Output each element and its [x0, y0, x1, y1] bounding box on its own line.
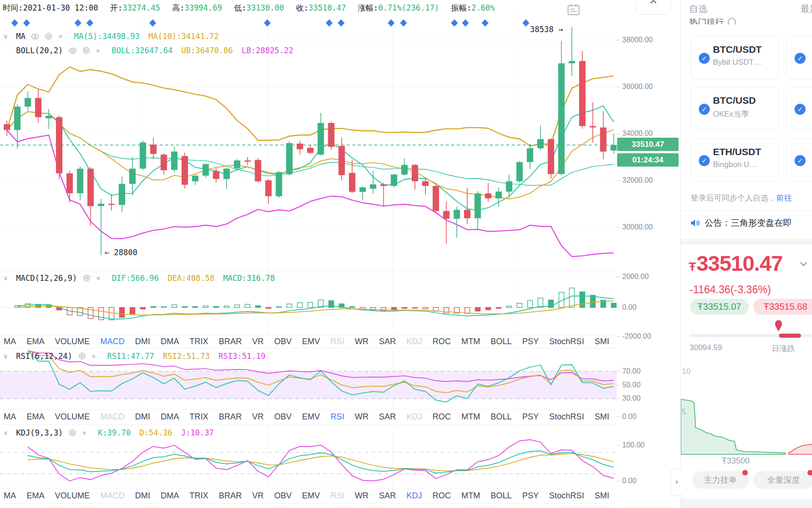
tab-rsi[interactable]: RSI: [331, 337, 344, 346]
event-diamond-icon[interactable]: [326, 19, 333, 27]
event-diamond-icon[interactable]: [523, 19, 530, 27]
tab-ma[interactable]: MA: [4, 412, 16, 422]
tab-sar[interactable]: SAR: [379, 337, 396, 346]
check-icon[interactable]: ✓: [699, 53, 710, 64]
tab-wr[interactable]: WR: [355, 337, 369, 346]
tab-brar[interactable]: BRAR: [219, 491, 242, 501]
event-diamond-icon[interactable]: [388, 19, 395, 27]
tab-kdj[interactable]: KDJ: [406, 337, 422, 346]
event-diamond-icon[interactable]: [75, 19, 82, 27]
slider-pin-icon[interactable]: [774, 318, 783, 332]
watchlist-card-partial[interactable]: ✓: [786, 87, 812, 130]
tab-emv[interactable]: EMV: [302, 412, 320, 422]
event-diamond-icon[interactable]: [11, 19, 18, 27]
hot-rank-row[interactable]: 热门排行: [689, 17, 736, 24]
tab-emv[interactable]: EMV: [302, 337, 320, 346]
tab-psy[interactable]: PSY: [522, 491, 539, 501]
tab-stochrsi[interactable]: StochRSI: [549, 412, 584, 422]
tab-mtm[interactable]: MTM: [461, 412, 480, 422]
tab-mtm[interactable]: MTM: [461, 337, 480, 346]
event-diamond-icon[interactable]: [400, 19, 407, 27]
watchlist-card-btc-usd[interactable]: ✓BTC/USDOKEx当季: [690, 87, 779, 130]
tab-ema[interactable]: EMA: [27, 491, 44, 501]
tab-brar[interactable]: BRAR: [219, 412, 242, 422]
tab-dmi[interactable]: DMI: [135, 412, 150, 422]
settings-icon[interactable]: [83, 47, 90, 54]
settings-icon[interactable]: [45, 33, 52, 40]
tab-boll[interactable]: BOLL: [491, 412, 512, 422]
tab-wr[interactable]: WR: [355, 412, 369, 422]
tab-ema[interactable]: EMA: [27, 412, 44, 422]
tab-roc[interactable]: ROC: [432, 491, 451, 501]
tab-ma[interactable]: MA: [4, 337, 16, 346]
ask-price-pill[interactable]: Ŧ33515.68: [753, 299, 812, 315]
bid-price-pill[interactable]: Ŧ33515.07: [690, 299, 749, 315]
event-diamond-icon[interactable]: [462, 19, 469, 27]
settings-icon[interactable]: [83, 274, 90, 282]
collapse-chevron-icon[interactable]: ∨: [4, 429, 10, 436]
tab-psy[interactable]: PSY: [522, 412, 539, 422]
check-icon[interactable]: ✓: [795, 104, 806, 115]
collapse-chevron-icon[interactable]: ∨: [4, 33, 10, 40]
tab-trix[interactable]: TRIX: [189, 412, 208, 422]
tab-vr[interactable]: VR: [252, 337, 264, 346]
expand-sidebar-button[interactable]: ›: [670, 468, 683, 496]
event-diamond-icon[interactable]: [451, 19, 458, 27]
tab-boll[interactable]: BOLL: [491, 491, 512, 501]
close-icon[interactable]: ✕: [96, 46, 100, 55]
tab-roc[interactable]: ROC: [432, 337, 451, 346]
eye-icon[interactable]: [31, 33, 39, 39]
collapse-panel-button[interactable]: [635, 0, 671, 15]
close-icon[interactable]: ✕: [96, 274, 100, 282]
tab-stochrsi[interactable]: StochRSI: [549, 337, 584, 346]
watchlist-card-eth-usdt[interactable]: ✓ETH/USDTBingbon U…: [690, 139, 779, 182]
button-main-orders[interactable]: 主力挂单: [692, 471, 749, 489]
tab-rsi[interactable]: RSI: [331, 412, 344, 422]
event-diamond-icon[interactable]: [23, 19, 30, 27]
tab-obv[interactable]: OBV: [274, 491, 292, 501]
tab-mtm[interactable]: MTM: [461, 491, 480, 501]
tab-watchlist[interactable]: 自选: [689, 3, 707, 15]
event-diamond-icon[interactable]: [338, 19, 345, 27]
tab-kdj[interactable]: KDJ: [406, 491, 422, 501]
event-diamond-icon[interactable]: [482, 19, 489, 27]
tab-brar[interactable]: BRAR: [219, 337, 242, 346]
tab-volume[interactable]: VOLUME: [55, 491, 90, 501]
watchlist-card-partial[interactable]: ✓: [786, 36, 812, 79]
chevron-down-icon[interactable]: [800, 262, 807, 267]
tab-dma[interactable]: DMA: [160, 337, 179, 346]
event-diamond-icon[interactable]: [87, 19, 94, 27]
settings-icon[interactable]: [69, 429, 76, 436]
tab-kdj[interactable]: KDJ: [406, 412, 422, 422]
tab-obv[interactable]: OBV: [274, 337, 292, 346]
login-link[interactable]: 前往: [776, 194, 792, 202]
tab-ma[interactable]: MA: [4, 491, 16, 501]
tab-boll[interactable]: BOLL: [491, 337, 512, 346]
tab-stochrsi[interactable]: StochRSI: [549, 491, 584, 501]
check-icon[interactable]: ✓: [699, 155, 710, 166]
tab-smi[interactable]: SMI: [595, 337, 609, 346]
tab-dmi[interactable]: DMI: [135, 491, 150, 501]
watchlist-card-partial[interactable]: ✓: [786, 139, 812, 182]
tab-trix[interactable]: TRIX: [189, 337, 208, 346]
tab-smi[interactable]: SMI: [595, 491, 609, 501]
tab-obv[interactable]: OBV: [274, 412, 292, 422]
tab-emv[interactable]: EMV: [302, 491, 320, 501]
watchlist-card-btc-usdt[interactable]: ✓BTC/USDTBybit USDT…: [690, 36, 779, 79]
tab-macd[interactable]: MACD: [100, 337, 125, 346]
tab-rsi[interactable]: RSI: [331, 491, 344, 501]
check-icon[interactable]: ✓: [795, 53, 806, 64]
collapse-chevron-icon[interactable]: ∨: [4, 352, 10, 360]
event-diamond-icon[interactable]: [264, 19, 271, 27]
tab-smi[interactable]: SMI: [595, 412, 609, 422]
tab-trix[interactable]: TRIX: [189, 491, 208, 501]
tab-macd[interactable]: MACD: [100, 412, 125, 422]
tab-psy[interactable]: PSY: [522, 337, 539, 346]
tab-vr[interactable]: VR: [252, 412, 264, 422]
collapse-chevron-icon[interactable]: ∨: [4, 274, 10, 282]
button-full-depth[interactable]: 全量深度: [753, 471, 812, 489]
tab-latest[interactable]: 最新: [801, 3, 812, 15]
tab-volume[interactable]: VOLUME: [55, 337, 90, 346]
settings-icon[interactable]: [78, 352, 86, 360]
close-icon[interactable]: ✕: [82, 429, 86, 437]
